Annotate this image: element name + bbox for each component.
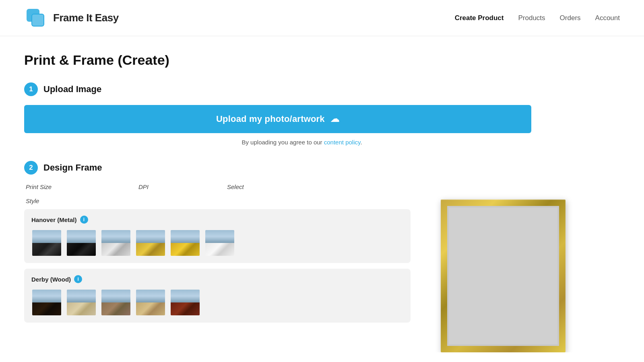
style-label: Style xyxy=(24,197,411,204)
swatch-black-metal[interactable] xyxy=(66,229,97,257)
upload-button[interactable]: Upload my photo/artwork ☁ xyxy=(24,105,531,133)
main-content: Print & Frame (Create) 1 Upload Image Up… xyxy=(0,36,604,352)
nav-account[interactable]: Account xyxy=(595,14,620,22)
step1-section: 1 Upload Image Upload my photo/artwork ☁… xyxy=(24,82,580,146)
swatch-dark-metal[interactable] xyxy=(31,229,62,257)
col-select: Select xyxy=(227,183,244,190)
frame-inner xyxy=(447,206,559,346)
upload-disclaimer: By uploading you agree to our content po… xyxy=(24,139,580,146)
main-nav: Create Product Products Orders Account xyxy=(455,14,620,22)
step1-title: Upload Image xyxy=(43,84,101,95)
swatch-mahogany[interactable] xyxy=(170,289,200,316)
frame-preview xyxy=(441,200,566,352)
swatch-silver-metal[interactable] xyxy=(101,229,131,257)
frame-style-derby: Derby (Wood) i xyxy=(24,269,411,323)
logo-icon xyxy=(24,6,47,30)
content-policy-link[interactable]: content policy xyxy=(324,139,361,146)
derby-info-icon[interactable]: i xyxy=(74,275,82,283)
swatch-dark-wood[interactable] xyxy=(31,289,62,316)
swatch-tan-wood[interactable] xyxy=(135,289,166,316)
logo: Frame It Easy xyxy=(24,6,119,30)
logo-text: Frame It Easy xyxy=(53,12,119,24)
swatch-gold-light[interactable] xyxy=(135,229,166,257)
page-title: Print & Frame (Create) xyxy=(24,52,580,68)
frame-preview-area xyxy=(427,183,580,352)
col-dpi: DPI xyxy=(138,183,227,190)
swatch-white-metal[interactable] xyxy=(204,229,235,257)
step2-section: 2 Design Frame Print Size DPI Select Sty… xyxy=(24,161,580,352)
cloud-upload-icon: ☁ xyxy=(330,114,339,124)
header: Frame It Easy Create Product Products Or… xyxy=(0,0,644,36)
svg-rect-2 xyxy=(32,14,43,26)
nav-products[interactable]: Products xyxy=(518,14,545,22)
nav-create-product[interactable]: Create Product xyxy=(455,14,504,22)
step2-badge: 2 xyxy=(24,161,38,175)
col-print-size: Print Size xyxy=(26,183,138,190)
derby-swatches xyxy=(31,289,403,316)
hanover-info-icon[interactable]: i xyxy=(80,216,88,224)
frame-style-derby-name: Derby (Wood) i xyxy=(31,275,403,283)
disclaimer-text: By uploading you agree to our xyxy=(242,139,322,146)
frame-style-hanover: Hanover (Metal) i xyxy=(24,209,411,263)
frame-outer xyxy=(441,200,566,352)
step1-header: 1 Upload Image xyxy=(24,82,580,96)
hanover-swatches xyxy=(31,229,403,257)
design-left: Print Size DPI Select Style Hanover (Met… xyxy=(24,183,411,328)
upload-button-label: Upload my photo/artwork xyxy=(216,114,325,124)
swatch-medium-wood[interactable] xyxy=(101,289,131,316)
disclaimer-end: . xyxy=(360,139,362,146)
frame-table-header: Print Size DPI Select xyxy=(24,183,411,190)
swatch-light-wood[interactable] xyxy=(66,289,97,316)
step2-title: Design Frame xyxy=(43,162,102,173)
step2-header: 2 Design Frame xyxy=(24,161,580,175)
frame-mat xyxy=(449,208,557,344)
nav-orders[interactable]: Orders xyxy=(560,14,581,22)
frame-style-hanover-name: Hanover (Metal) i xyxy=(31,216,403,224)
swatch-gold-bright[interactable] xyxy=(170,229,200,257)
step1-badge: 1 xyxy=(24,82,38,96)
design-content: Print Size DPI Select Style Hanover (Met… xyxy=(24,183,580,352)
